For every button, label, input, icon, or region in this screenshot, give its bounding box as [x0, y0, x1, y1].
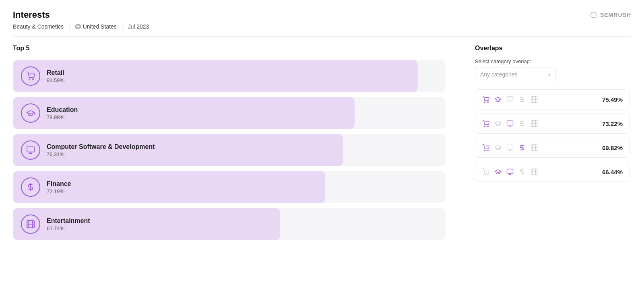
overlap-icon-3: [518, 95, 526, 103]
bar-icon-computer-software: [21, 140, 40, 160]
overlap-icon-0: [482, 95, 490, 103]
svg-point-38: [485, 150, 485, 151]
overlap-icon-0: [482, 120, 490, 128]
bar-value-computer-software: 76.31%: [47, 151, 155, 157]
bar-item-retail: Retail 93.59%: [13, 60, 446, 92]
overlap-percent-1: 73.22%: [602, 120, 623, 127]
overlap-icon-4: [530, 144, 538, 152]
bar-text-retail: Retail 93.59%: [47, 69, 64, 83]
bar-label-entertainment: Entertainment: [47, 217, 90, 225]
overlap-icon-0: [482, 168, 490, 176]
overlap-item-0: 75.49%: [475, 89, 630, 109]
svg-point-29: [487, 126, 488, 127]
overlap-percent-0: 75.49%: [602, 96, 623, 103]
overlap-item-3: 66.44%: [475, 162, 630, 182]
bar-item-entertainment: Entertainment 61.74%: [13, 208, 446, 240]
svg-rect-40: [507, 145, 513, 149]
bar-text-education: Education 78.98%: [47, 106, 78, 120]
bar-label-computer-software: Computer Software & Development: [47, 143, 155, 151]
bar-content-computer-software: Computer Software & Development 76.31%: [13, 140, 163, 160]
overlap-icon-0: [482, 144, 490, 152]
bar-content-entertainment: Entertainment 61.74%: [13, 214, 98, 234]
svg-point-48: [485, 174, 485, 175]
overlap-list: 75.49% 73.22% 69.82% 66.44%: [475, 89, 631, 182]
bar-icon-education: [21, 103, 40, 123]
bar-item-education: Education 78.98%: [13, 97, 446, 129]
subheader-date: Jul 2023: [128, 23, 149, 30]
select-category-label: Select category overlap:: [475, 58, 631, 64]
overlaps-panel: Overlaps Select category overlap: Any ca…: [462, 45, 631, 299]
svg-rect-20: [507, 97, 513, 101]
bar-text-computer-software: Computer Software & Development 76.31%: [47, 143, 155, 157]
category-select-placeholder: Any categories: [480, 71, 518, 78]
svg-point-0: [75, 24, 80, 29]
semrush-logo: SEMRUSH: [590, 11, 631, 19]
chevron-down-icon: ›: [549, 72, 550, 77]
bar-icon-entertainment: [21, 214, 40, 234]
semrush-logo-text: SEMRUSH: [600, 12, 631, 18]
bar-value-retail: 93.59%: [47, 77, 64, 83]
overlap-icon-4: [530, 168, 538, 176]
bar-content-retail: Retail 93.59%: [13, 66, 72, 86]
overlap-icon-4: [530, 120, 538, 128]
svg-rect-50: [507, 169, 513, 173]
bar-label-education: Education: [47, 106, 78, 113]
svg-point-18: [485, 102, 485, 103]
subheader-divider-2: |: [122, 23, 123, 30]
overlap-icon-3: [518, 168, 526, 176]
svg-point-5: [33, 79, 34, 80]
bar-list: Retail 93.59% Education 78.98%: [13, 60, 446, 240]
overlaps-title: Overlaps: [475, 45, 631, 52]
top5-title: Top 5: [13, 45, 446, 52]
overlap-item-1: 73.22%: [475, 113, 630, 134]
bar-text-entertainment: Entertainment 61.74%: [47, 217, 90, 231]
overlap-icon-2: [506, 95, 514, 103]
overlap-icon-3: [518, 144, 526, 152]
category-select[interactable]: Any categories ›: [475, 68, 555, 81]
svg-point-4: [29, 79, 30, 80]
overlap-percent-3: 66.44%: [602, 169, 623, 175]
subheader: Beauty & Cosmetics | United States | Jul…: [13, 23, 631, 37]
overlap-icon-2: [506, 168, 514, 176]
svg-rect-30: [507, 121, 513, 125]
page-header: Interests SEMRUSH: [13, 10, 631, 20]
bar-icon-finance: [21, 177, 40, 197]
svg-point-28: [485, 126, 485, 127]
bar-content-finance: Finance 72.19%: [13, 177, 79, 197]
overlap-icons: [482, 120, 538, 128]
overlap-icon-2: [506, 120, 514, 128]
overlap-item-2: 69.82%: [475, 138, 630, 158]
svg-point-19: [487, 102, 488, 103]
overlap-percent-2: 69.82%: [602, 144, 623, 151]
overlap-icon-1: [494, 120, 502, 128]
overlap-icons: [482, 95, 538, 103]
subheader-country: United States: [75, 23, 117, 30]
overlap-icon-1: [494, 95, 502, 103]
subheader-divider-1: |: [68, 23, 70, 30]
page-title: Interests: [13, 10, 50, 20]
bar-item-finance: Finance 72.19%: [13, 171, 446, 203]
bar-content-education: Education 78.98%: [13, 103, 86, 123]
subheader-category: Beauty & Cosmetics: [13, 23, 64, 30]
overlap-icon-3: [518, 120, 526, 128]
bar-text-finance: Finance 72.19%: [47, 180, 71, 194]
overlap-icon-1: [494, 144, 502, 152]
top5-panel: Top 5 Retail 93.59% Education: [13, 45, 462, 299]
main-content: Top 5 Retail 93.59% Education: [13, 45, 631, 299]
svg-rect-6: [27, 147, 34, 152]
overlap-icons: [482, 144, 538, 152]
overlap-icon-4: [530, 95, 538, 103]
bar-value-entertainment: 61.74%: [47, 225, 90, 231]
bar-item-computer-software: Computer Software & Development 76.31%: [13, 134, 446, 166]
bar-value-education: 78.98%: [47, 114, 78, 120]
overlap-icon-2: [506, 144, 514, 152]
semrush-logo-icon: [590, 11, 598, 19]
bar-icon-retail: [21, 66, 40, 86]
bar-label-finance: Finance: [47, 180, 71, 188]
svg-point-49: [487, 174, 488, 175]
overlap-icon-1: [494, 168, 502, 176]
overlap-icons: [482, 168, 538, 176]
bar-label-retail: Retail: [47, 69, 64, 76]
svg-point-39: [487, 150, 488, 151]
bar-value-finance: 72.19%: [47, 188, 71, 194]
